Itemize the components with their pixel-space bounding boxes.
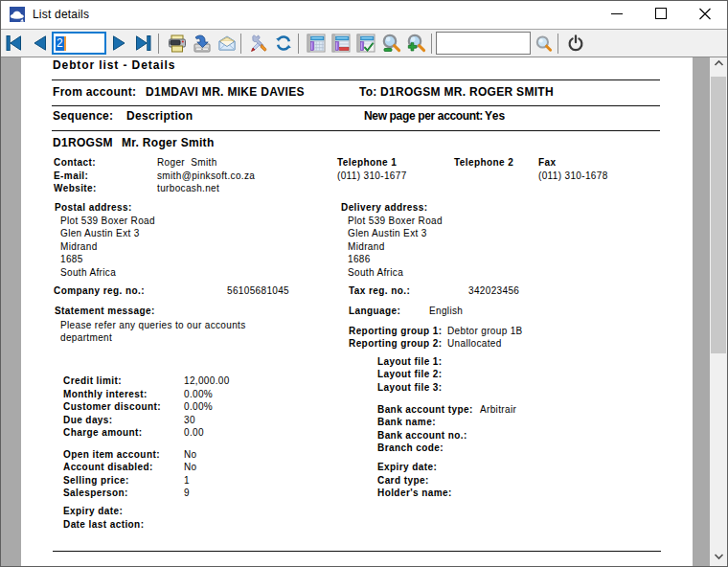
caption-buttons [595, 1, 727, 30]
report-page: Debtor list - Details From account: D1MD… [21, 57, 693, 566]
layout-file-2-label: Layout file 2: [377, 369, 443, 380]
contact-value: Roger Smith [157, 157, 217, 169]
monthly-interest-value: 0.00% [184, 389, 213, 400]
new-page-per-account-label: New page per account: [364, 109, 483, 123]
toolbar-separator [158, 34, 159, 54]
account-code: D1ROGSM [53, 136, 113, 149]
bank-account-no-label: Bank account no.: [377, 430, 467, 442]
page-layout-check-icon [356, 34, 375, 53]
toolbar-separator [431, 34, 432, 54]
export-icon [193, 34, 212, 53]
report-rule-3 [52, 130, 660, 131]
close-button[interactable] [683, 1, 727, 30]
delivery-line-3: Midrand [348, 241, 385, 253]
sequence-label: Sequence: [53, 109, 113, 123]
toolbar-separator [298, 34, 299, 54]
company-reg-value: 56105681045 [227, 285, 289, 297]
delivery-address-label: Delivery address: [341, 202, 428, 214]
page-layout-remove-button[interactable] [330, 32, 353, 55]
delivery-line-4: 1686 [348, 254, 371, 265]
page-number-input[interactable]: 2 [52, 32, 106, 55]
vertical-scrollbar[interactable] [710, 57, 727, 566]
first-page-button[interactable] [3, 32, 24, 55]
scroll-down-button[interactable] [710, 550, 727, 566]
last-page-icon [135, 35, 151, 51]
chevron-down-icon [712, 549, 726, 567]
report-rule-2 [52, 105, 660, 106]
text-caret [64, 36, 66, 51]
scrollbar-thumb[interactable] [711, 77, 726, 353]
tax-reg-label: Tax reg. no.: [349, 285, 410, 297]
zoom-out-button[interactable] [379, 32, 402, 55]
report-title: Debtor list - Details [53, 58, 175, 72]
account-disabled-value: No [184, 462, 196, 473]
toolbar: 2 [1, 29, 727, 57]
report-rule-4 [53, 551, 661, 552]
charge-amount-value: 0.00 [184, 427, 204, 439]
email-icon [217, 35, 237, 52]
postal-line-1: Plot 539 Boxer Road [60, 215, 155, 227]
bank-account-type-label: Bank account type: [377, 404, 473, 416]
scroll-up-button[interactable] [710, 57, 727, 74]
language-value: English [429, 306, 463, 317]
search-button[interactable] [533, 32, 554, 55]
postal-line-2: Glen Austin Ext 3 [60, 228, 140, 239]
selling-price-value: 1 [184, 475, 190, 487]
page-layout-remove-icon [331, 34, 351, 53]
tax-reg-value: 342023456 [468, 285, 519, 297]
delivery-line-2: Glen Austin Ext 3 [348, 228, 427, 239]
selling-price-label: Selling price: [63, 475, 129, 487]
layout-file-3-label: Layout file 3: [377, 382, 443, 394]
open-item-account-label: Open item account: [63, 449, 160, 461]
to-account-value: D1ROGSM MR. ROGER SMITH [380, 85, 554, 99]
from-account-label: From account: [53, 85, 136, 99]
zoom-in-icon [406, 34, 426, 54]
toolbar-separator [557, 34, 558, 54]
website-value: turbocash.net [157, 183, 219, 194]
postal-address-label: Postal address: [55, 202, 132, 214]
minimize-icon [595, 0, 639, 32]
previous-page-button[interactable] [29, 32, 50, 55]
reporting-group-1-value: Debtor group 1B [447, 326, 523, 337]
holders-name-label: Holder's name: [377, 488, 452, 499]
close-preview-button[interactable] [565, 32, 586, 55]
email-label: E-mail: [54, 170, 88, 182]
customer-discount-value: 0.00% [184, 401, 213, 413]
report-viewport: Debtor list - Details From account: D1MD… [1, 57, 710, 566]
open-item-account-value: No [184, 449, 196, 461]
close-preview-icon [567, 34, 584, 52]
page-layout-button[interactable] [305, 32, 328, 55]
last-page-button[interactable] [132, 32, 153, 55]
settings-button[interactable] [247, 32, 270, 55]
next-page-icon [112, 35, 126, 51]
search-icon [535, 34, 553, 53]
postal-line-5: South Africa [60, 267, 116, 279]
telephone1-value: (011) 310-1677 [337, 170, 407, 182]
first-page-icon [6, 35, 22, 51]
close-icon [683, 0, 727, 32]
statement-line-2: department [60, 332, 112, 344]
credit-limit-value: 12,000.00 [184, 375, 230, 387]
email-button[interactable] [216, 32, 239, 55]
export-button[interactable] [191, 32, 214, 55]
maximize-button[interactable] [639, 1, 683, 30]
search-input[interactable] [436, 32, 531, 55]
page-layout-icon [307, 34, 326, 53]
window-title: List details [33, 8, 89, 21]
refresh-button[interactable] [272, 32, 295, 55]
layout-file-1-label: Layout file 1: [377, 356, 443, 368]
website-label: Website: [54, 183, 97, 194]
minimize-button[interactable] [595, 1, 639, 30]
contact-label: Contact: [54, 157, 96, 169]
zoom-in-button[interactable] [404, 32, 427, 55]
toolbar-separator [240, 34, 241, 54]
previous-page-icon [33, 35, 47, 51]
page-layout-check-button[interactable] [354, 32, 377, 55]
due-days-label: Due days: [63, 415, 113, 426]
company-reg-label: Company reg. no.: [54, 285, 145, 297]
next-page-button[interactable] [108, 32, 129, 55]
print-button[interactable] [166, 32, 189, 55]
salesperson-value: 9 [184, 488, 190, 499]
monthly-interest-label: Monthly interest: [63, 389, 148, 400]
salesperson-label: Salesperson: [63, 488, 128, 499]
